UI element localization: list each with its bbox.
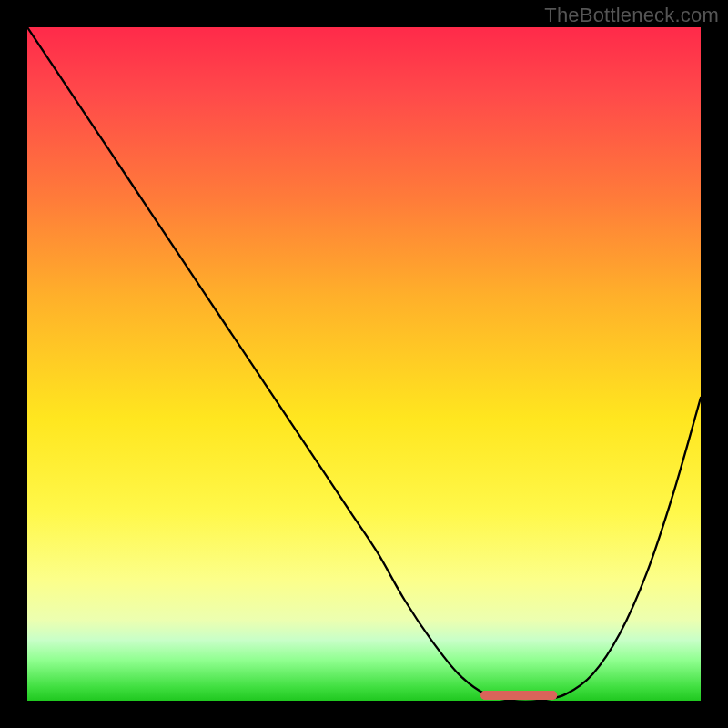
- chart-frame: TheBottleneck.com: [0, 0, 728, 728]
- watermark-label: TheBottleneck.com: [544, 4, 719, 27]
- optimal-range-start-cap: [480, 691, 490, 700]
- plot-area: [27, 27, 701, 701]
- curve-path: [27, 27, 701, 701]
- optimal-range-end-cap: [548, 691, 557, 700]
- bottleneck-curve: [27, 27, 701, 701]
